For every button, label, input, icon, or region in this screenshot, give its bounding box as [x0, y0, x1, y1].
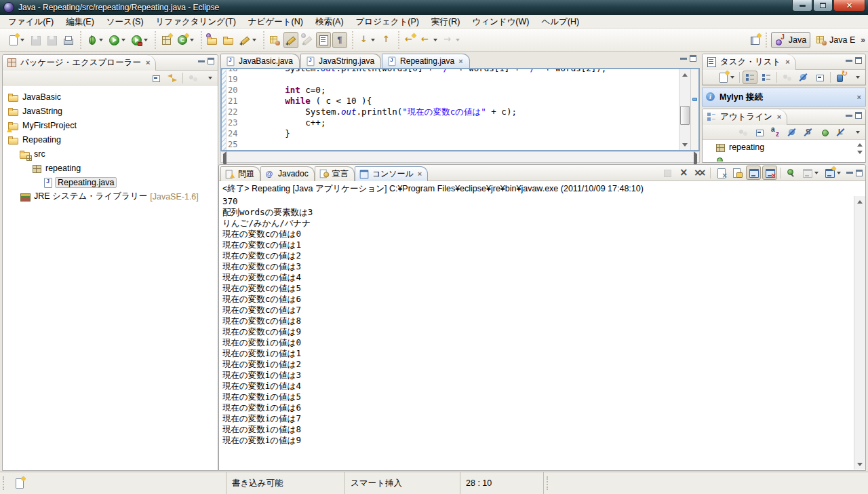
console-view-tab[interactable]: 問題 — [220, 166, 260, 181]
forward-button[interactable] — [441, 32, 462, 48]
pin-console-button[interactable] — [783, 166, 798, 180]
menu-item[interactable]: 検索(A) — [309, 15, 350, 28]
focus-outline-button[interactable] — [736, 126, 751, 139]
tab-close-icon[interactable]: × — [418, 170, 422, 178]
minimize-button[interactable] — [792, 0, 812, 12]
editor-scroll-thumb[interactable] — [680, 106, 690, 125]
menu-item[interactable]: リファクタリング(T) — [150, 15, 242, 28]
outline-close-icon[interactable]: × — [776, 113, 783, 121]
outline-view-menu-button[interactable] — [850, 126, 863, 139]
tree-item[interactable]: Repeating — [8, 132, 218, 147]
previous-annotation-button[interactable] — [378, 32, 393, 48]
hide-static-button[interactable] — [801, 126, 816, 139]
last-edit-location-button[interactable] — [402, 32, 417, 48]
close-button[interactable]: ✕ — [833, 0, 865, 12]
next-annotation-button[interactable] — [356, 32, 377, 48]
editor-horizontal-scrollbar[interactable] — [220, 151, 700, 163]
menu-item[interactable]: 実行(R) — [425, 15, 466, 28]
tree-item[interactable]: Repeating.java — [8, 175, 218, 189]
debug-button[interactable] — [84, 32, 105, 48]
save-all-button[interactable] — [44, 32, 59, 48]
outline-collapse-all-button[interactable] — [752, 126, 767, 139]
save-button[interactable] — [28, 32, 43, 48]
code-editor[interactable]: 18 System.out.println(words[0] + "/" + w… — [220, 68, 700, 151]
outline-tree[interactable]: repeating — [703, 140, 865, 162]
task-list-tab[interactable]: タスク・リスト × — [703, 54, 796, 70]
console-scroll-down-icon[interactable] — [856, 460, 864, 468]
menu-item[interactable]: ヘルプ(H) — [535, 15, 585, 28]
menu-item[interactable]: ソース(S) — [100, 15, 150, 28]
task-list-close-icon[interactable]: × — [784, 58, 791, 66]
run-button[interactable] — [106, 32, 127, 48]
open-task-button[interactable] — [205, 32, 220, 48]
menu-item[interactable]: 編集(E) — [60, 15, 100, 28]
categorized-view-button[interactable] — [743, 71, 757, 84]
link-with-editor-button[interactable] — [165, 71, 180, 85]
tree-item[interactable]: JavaBasic — [8, 90, 218, 104]
outline-item[interactable]: repeating — [703, 140, 865, 154]
console-scrollbar[interactable] — [854, 196, 865, 470]
minimize-console-icon[interactable] — [846, 172, 853, 174]
hide-fields-button[interactable] — [785, 126, 800, 139]
editor-tab[interactable]: JavaBasic.java — [220, 54, 300, 68]
maximize-outline-icon[interactable] — [855, 112, 862, 119]
console-view-tab[interactable]: Javadoc — [260, 166, 315, 181]
occurrence-marker[interactable] — [692, 98, 697, 101]
restore-button[interactable] — [813, 0, 833, 12]
console-view-tab[interactable]: コンソール× — [355, 166, 429, 181]
minimize-task-list-icon[interactable] — [846, 60, 852, 62]
synchronize-button[interactable] — [833, 71, 848, 84]
minimize-outline-icon[interactable] — [846, 115, 852, 117]
maximize-panel-icon[interactable] — [208, 58, 214, 64]
minimize-editor-icon[interactable] — [680, 58, 687, 60]
focus-button[interactable] — [186, 71, 201, 85]
show-selected-element-button[interactable] — [316, 32, 331, 48]
maximize-editor-icon[interactable] — [690, 55, 696, 62]
view-menu-button[interactable] — [202, 71, 216, 85]
focus-tasks-button[interactable] — [780, 71, 795, 84]
new-task-button[interactable] — [715, 71, 736, 84]
hide-local-types-button[interactable] — [833, 126, 848, 139]
tree-item[interactable]: repeating — [8, 161, 218, 175]
display-selected-console-button[interactable] — [800, 166, 821, 180]
sort-button[interactable] — [768, 126, 783, 139]
menu-item[interactable]: プロジェクト(P) — [350, 15, 425, 28]
linked-annotation-button[interactable] — [300, 32, 315, 48]
scroll-down-icon[interactable] — [681, 140, 689, 149]
tab-close-icon[interactable]: × — [458, 57, 462, 65]
hide-non-public-button[interactable] — [817, 126, 832, 139]
fast-view-icon[interactable] — [14, 478, 24, 489]
menu-item[interactable]: ナビゲート(N) — [242, 15, 309, 28]
package-explorer-tree[interactable]: JavaBasicJavaStringMyFirstProjectRepeati… — [3, 86, 218, 470]
scroll-left-icon[interactable] — [223, 154, 226, 164]
tree-item[interactable]: JRE システム・ライブラリー[JavaSE-1.6] — [8, 189, 218, 204]
mark-occurrences-button[interactable] — [283, 32, 298, 48]
remove-all-terminated-button[interactable] — [692, 166, 707, 180]
open-console-button[interactable] — [822, 166, 843, 180]
new-java-project-button[interactable] — [159, 32, 174, 48]
collapse-all-button[interactable] — [149, 71, 163, 85]
tree-item[interactable]: JavaString — [8, 104, 218, 118]
open-perspective-button[interactable] — [747, 32, 762, 48]
new-wizard-button[interactable] — [5, 32, 26, 48]
new-class-button[interactable] — [175, 32, 196, 48]
show-whitespace-button[interactable]: ¶ — [332, 32, 347, 48]
collapse-all-tasks-button[interactable] — [812, 71, 827, 84]
console-scroll-up-icon[interactable] — [856, 197, 864, 206]
menu-item[interactable]: ウィンドウ(W) — [466, 15, 535, 28]
breadcrumb-toggle-button[interactable] — [267, 32, 282, 48]
clear-console-button[interactable]: × — [713, 166, 728, 180]
show-console-on-stdout-button[interactable] — [746, 166, 761, 180]
maximize-console-icon[interactable] — [856, 170, 863, 176]
editor-vertical-scrollbar[interactable] — [679, 69, 690, 150]
scroll-lock-button[interactable] — [730, 166, 745, 180]
print-button[interactable] — [60, 32, 75, 48]
editor-tab[interactable]: Repeating.java× — [382, 54, 470, 68]
scroll-up-icon[interactable] — [681, 71, 689, 79]
scroll-right-icon[interactable] — [694, 154, 697, 164]
outline-scroll-up-icon[interactable] — [856, 141, 864, 149]
maximize-task-list-icon[interactable] — [855, 57, 862, 64]
tree-item[interactable]: src — [8, 147, 218, 161]
show-console-on-stderr-button[interactable]: × — [762, 166, 777, 180]
filter-button[interactable] — [796, 71, 811, 84]
